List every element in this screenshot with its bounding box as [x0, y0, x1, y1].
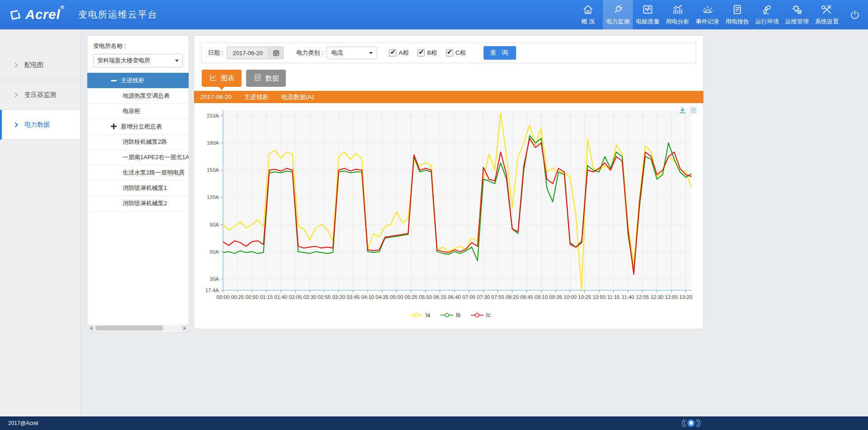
tree-node-label: 消防喷淋机械泵1 [123, 184, 167, 192]
tab-chart[interactable]: 图表 [202, 70, 242, 87]
svg-text:06:40: 06:40 [448, 294, 461, 300]
svg-text:07:05: 07:05 [462, 294, 475, 300]
legend-item-ib[interactable]: Ib [440, 312, 460, 318]
chevron-right-icon [13, 62, 18, 67]
legend-item-ic[interactable]: Ic [470, 312, 490, 318]
tree-node-label: 电容柜 [123, 107, 140, 115]
view-tabs: 图表数据 [202, 70, 703, 87]
tree-node[interactable]: 主进线柜 [87, 73, 189, 88]
power-category-select[interactable]: 电流 [327, 47, 377, 59]
nav-item-label: 系统设置 [815, 18, 839, 26]
sidebar-item-label: 电力数据 [24, 121, 50, 129]
legend-marker-icon [410, 312, 423, 318]
nav-item-environment[interactable]: 运行环境 [752, 0, 782, 29]
scroll-right-button[interactable] [181, 325, 188, 331]
tab-data[interactable]: 数据 [246, 70, 286, 87]
scroll-left-icon [90, 326, 92, 330]
query-button[interactable]: 查 询 [484, 46, 516, 60]
nav-item-power-quality[interactable]: 电能质量 [633, 0, 663, 29]
svg-text:03:45: 03:45 [346, 294, 360, 300]
logout-power-button[interactable] [842, 0, 868, 29]
tree-node[interactable]: 消防喷淋机械泵2 [87, 196, 189, 211]
station-name-label: 变电所名称 : [93, 42, 183, 50]
svg-text:05:00: 05:00 [390, 294, 403, 300]
nav-item-ops-manage[interactable]: 运维管理 [782, 0, 812, 29]
brand: Acrel® 变电所运维云平台 [0, 0, 158, 29]
registered-mark: ® [61, 5, 65, 10]
logo-text: Acrel® [25, 7, 65, 22]
svg-text:07:55: 07:55 [491, 294, 504, 300]
svg-text:17.4A: 17.4A [205, 288, 219, 293]
date-input[interactable]: 2017-06-20 [227, 47, 268, 59]
svg-text:13:20: 13:20 [679, 294, 693, 300]
tree-node[interactable]: 电容柜 [87, 104, 189, 119]
svg-text:05:50: 05:50 [419, 294, 432, 300]
home-icon [582, 4, 594, 15]
tree-horizontal-scrollbar[interactable] [88, 325, 188, 331]
page-title: 变电所运维云平台 [78, 9, 158, 21]
nav-item-power-monitor[interactable]: 电力监测 [603, 0, 633, 29]
expand-icon[interactable] [111, 123, 117, 129]
svg-text:12:55: 12:55 [665, 294, 678, 300]
phase-checkbox-c[interactable]: C相 [446, 49, 465, 57]
chevron-down-icon [369, 52, 373, 54]
tree-node[interactable]: 生活水泵2路一层弱电房 [87, 165, 189, 180]
tree-node-label: 消防栓机械泵2路 [123, 138, 167, 146]
svg-text:120A: 120A [207, 194, 219, 200]
chart-legend: IaIbIc [197, 312, 703, 318]
date-label: 日期 : [208, 49, 223, 57]
svg-text:90A: 90A [210, 222, 219, 227]
chart-title-date: 2017-06-20 [200, 94, 232, 100]
svg-text:08:45: 08:45 [520, 294, 533, 300]
alarm-bell-button[interactable] [681, 418, 701, 429]
nav-item-usage-analysis[interactable]: 用电分析 [663, 0, 693, 29]
svg-text:00:25: 00:25 [231, 294, 244, 300]
checkbox-icon[interactable] [389, 49, 396, 57]
tree-node[interactable]: 一层南1APE2右一层北1APE1左 [87, 150, 189, 165]
download-icon[interactable] [679, 107, 686, 114]
svg-text:12:30: 12:30 [650, 294, 664, 300]
svg-text:30A: 30A [210, 276, 219, 282]
phase-checkbox-b[interactable]: B相 [417, 49, 437, 57]
legend-item-ia[interactable]: Ia [410, 312, 430, 318]
nav-item-event-log[interactable]: 事件记录 [693, 0, 722, 29]
nav-item-settings[interactable]: 系统设置 [812, 0, 842, 29]
nav-item-label: 运行环境 [755, 18, 779, 26]
tree-node[interactable]: 消防栓机械泵2路 [87, 134, 189, 150]
nav-item-label: 概 况 [581, 18, 595, 26]
main-panel: 日期 : 2017-06-20 电力类别 : 电流 A相B相C相 查 询 图表数… [194, 35, 704, 329]
tab-label: 数据 [266, 74, 279, 83]
tree-node[interactable]: 地源热泵空调总表 [87, 88, 189, 104]
analysis-icon [672, 4, 683, 15]
content-area: 变电所名称 : 安科瑞新大楼变电所 主进线柜地源热泵空调总表电容柜新增分立柜总表… [81, 29, 868, 416]
export-table-icon[interactable] [690, 107, 697, 114]
sidebar-item-transformer[interactable]: 变压器监测 [0, 80, 80, 110]
svg-text:00:00: 00:00 [217, 294, 230, 300]
phase-label: B相 [427, 49, 437, 57]
tree-node[interactable]: 新增分立柜总表 [87, 119, 189, 134]
nav-item-overview[interactable]: 概 况 [573, 0, 603, 29]
phase-checkbox-a[interactable]: A相 [389, 49, 408, 57]
scrollbar-track[interactable] [95, 325, 181, 331]
category-value: 电流 [331, 49, 343, 57]
svg-text:09:35: 09:35 [549, 294, 562, 300]
nav-item-label: 用电分析 [666, 18, 689, 26]
sidebar-item-power-data[interactable]: 电力数据 [0, 110, 80, 140]
nav-item-usage-report[interactable]: 用电报告 [722, 0, 752, 29]
scroll-left-button[interactable] [88, 325, 95, 331]
station-select[interactable]: 安科瑞新大楼变电所 [93, 54, 183, 67]
svg-text:11:15: 11:15 [607, 294, 620, 300]
collapse-icon[interactable] [111, 78, 117, 84]
scrollbar-thumb[interactable] [95, 326, 163, 331]
sidebar-spacer [0, 29, 80, 50]
svg-text:10:50: 10:50 [593, 294, 606, 300]
checkbox-icon[interactable] [446, 49, 453, 57]
tree-node[interactable]: 消防喷淋机械泵1 [87, 180, 189, 196]
nav-item-label: 事件记录 [696, 18, 719, 26]
legend-label: Ic [486, 312, 490, 318]
checkbox-icon[interactable] [417, 49, 425, 57]
station-select-value: 安科瑞新大楼变电所 [97, 57, 150, 65]
calendar-button[interactable] [268, 47, 284, 59]
legend-marker-icon [440, 312, 454, 318]
sidebar-item-distribution-map[interactable]: 配电图 [0, 50, 80, 80]
